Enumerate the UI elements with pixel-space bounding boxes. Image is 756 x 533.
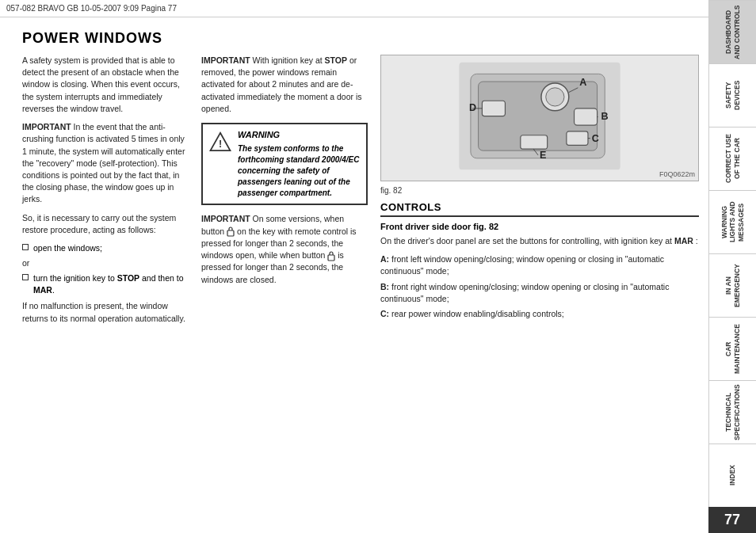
- svg-text:B: B: [601, 111, 608, 122]
- svg-rect-12: [567, 131, 588, 145]
- or-text: or: [22, 257, 189, 269]
- important-paragraph-1: IMPORTANT In the event that the anti-cru…: [22, 121, 189, 206]
- header-text: 057-082 BRAVO GB 10-05-2007 9:09 Pagina …: [6, 4, 177, 13]
- columns-container: A safety system is provided that is able…: [22, 55, 699, 523]
- so-text: So, it is necessary to carry out the sys…: [22, 212, 189, 236]
- warning-content: WARNING The system conforms to the forth…: [238, 129, 360, 199]
- controls-subtitle: Front driver side door fig. 82: [380, 222, 699, 231]
- lock-icon-2: [327, 251, 335, 261]
- final-paragraph: If no malfunction is present, the window…: [22, 300, 189, 324]
- sidebar-item-warning[interactable]: WARNING LIGHTS AND MESSAGES: [709, 190, 756, 253]
- important-paragraph-2: IMPORTANT With ignition key at STOP or r…: [201, 55, 368, 115]
- svg-text:A: A: [579, 77, 586, 88]
- bullet-icon-1: [22, 244, 29, 250]
- sidebar-item-safety[interactable]: SAFETY DEVICES: [709, 63, 756, 127]
- important-paragraph-3: IMPORTANT On some versions, when button …: [201, 213, 368, 285]
- page-number: 77: [708, 507, 756, 533]
- col-right: A B C D E: [380, 55, 699, 523]
- sidebar-item-dashboard[interactable]: DASHBOARD AND CONTROLS: [709, 0, 756, 63]
- controls-section-title: CONTROLS: [380, 201, 699, 217]
- svg-rect-3: [328, 255, 334, 261]
- sidebar-item-technical[interactable]: TECHNICAL SPECIFICATIONS: [709, 380, 756, 444]
- controls-item-c: C: rear power window enabling/disabling …: [380, 308, 699, 320]
- figure-caption: fig. 82: [380, 186, 699, 195]
- main-content: POWER WINDOWS A safety system is provide…: [0, 17, 708, 533]
- controls-list: A: front left window opening/closing; wi…: [380, 253, 699, 320]
- bullet-item-1: open the windows;: [22, 242, 189, 254]
- col-left: A safety system is provided that is able…: [22, 55, 189, 523]
- svg-text:!: !: [219, 139, 222, 150]
- sidebar-item-emergency[interactable]: IN AN EMERGENCY: [709, 253, 756, 317]
- page-title: POWER WINDOWS: [22, 30, 699, 47]
- svg-rect-14: [482, 101, 505, 116]
- sidebar-item-index[interactable]: INDEX: [709, 444, 756, 507]
- svg-text:E: E: [540, 150, 546, 161]
- sidebar-item-correct-use[interactable]: CORRECT USE OF THE CAR: [709, 127, 756, 190]
- sidebar: DASHBOARD AND CONTROLS SAFETY DEVICES CO…: [708, 0, 756, 507]
- figure-id: F0Q0622m: [659, 170, 695, 178]
- svg-text:D: D: [469, 102, 476, 113]
- svg-rect-16: [521, 135, 548, 149]
- controls-item-b: B: front right window opening/closing; w…: [380, 281, 699, 305]
- controls-intro: On the driver's door panel are set the b…: [380, 235, 699, 247]
- sidebar-item-maintenance[interactable]: CAR MAINTENANCE: [709, 317, 756, 380]
- warning-box: ! WARNING The system conforms to the for…: [201, 123, 368, 205]
- header-bar: 057-082 BRAVO GB 10-05-2007 9:09 Pagina …: [0, 0, 756, 17]
- bullet-list: open the windows; or turn the ignition k…: [22, 242, 189, 295]
- svg-rect-10: [575, 109, 598, 125]
- svg-point-8: [546, 88, 564, 106]
- svg-rect-2: [227, 230, 234, 236]
- warning-title: WARNING: [238, 129, 360, 141]
- col-middle: IMPORTANT With ignition key at STOP or r…: [201, 55, 368, 523]
- figure-svg: A B C D E: [384, 59, 695, 177]
- figure-area: A B C D E: [380, 55, 699, 181]
- svg-text:C: C: [592, 133, 599, 144]
- warning-triangle-icon: !: [209, 131, 231, 153]
- controls-item-a: A: front left window opening/closing; wi…: [380, 253, 699, 277]
- bullet-item-2: turn the ignition key to STOP and then t…: [22, 272, 189, 295]
- lock-icon-1: [227, 227, 235, 237]
- intro-paragraph: A safety system is provided that is able…: [22, 55, 189, 115]
- bullet-icon-2: [22, 274, 29, 280]
